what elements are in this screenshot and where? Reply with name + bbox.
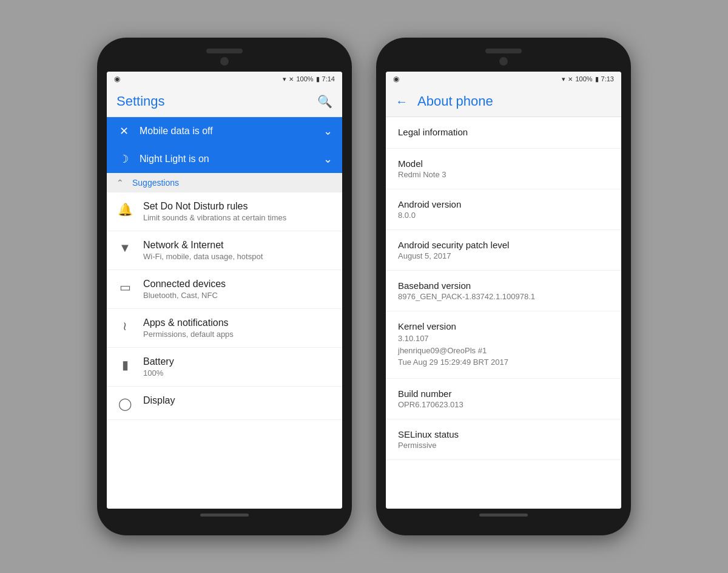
- do-not-disturb-subtitle: Limit sounds & vibrations at certain tim…: [143, 213, 332, 222]
- camera-2: [499, 57, 508, 66]
- baseband-version-item[interactable]: Baseband version 8976_GEN_PACK-1.83742.1…: [386, 271, 621, 311]
- android-version-label: Android version: [398, 199, 609, 209]
- apps-notifications-item[interactable]: ≀ Apps & notifications Permissions, defa…: [107, 309, 342, 348]
- status-right-1: ▾ ✕ 100% ▮ 7:14: [283, 75, 335, 83]
- kernel-version-value: 3.10.107 jhenrique09@OreoPls #1 Tue Aug …: [398, 333, 609, 368]
- status-left-2: ◉: [393, 75, 399, 83]
- display-content: Display: [143, 395, 332, 406]
- status-right-2: ▾ ✕ 100% ▮ 7:13: [562, 75, 614, 83]
- battery-icon-2: ▮: [595, 75, 599, 83]
- selinux-status-label: SELinux status: [398, 429, 609, 439]
- battery-icon: ▮: [116, 358, 133, 372]
- about-list: Legal information Model Redmi Note 3 And…: [386, 117, 621, 509]
- baseband-version-value: 8976_GEN_PACK-1.83742.1.100978.1: [398, 292, 609, 301]
- build-number-value: OPR6.170623.013: [398, 400, 609, 409]
- suggestions-label: Suggestions: [132, 178, 179, 188]
- settings-title: Settings: [116, 93, 165, 109]
- search-icon[interactable]: 🔍: [317, 94, 332, 109]
- signal-icon-1: ✕: [289, 76, 294, 83]
- suggestions-header[interactable]: ⌃ Suggestions: [107, 173, 342, 192]
- do-not-disturb-icon: 🔔: [116, 202, 133, 217]
- night-light-text: Night Light is on: [140, 154, 315, 164]
- back-button[interactable]: ←: [396, 95, 408, 109]
- legal-info-label: Legal information: [398, 127, 609, 137]
- mobile-data-text: Mobile data is off: [140, 126, 315, 137]
- location-icon: ◉: [114, 75, 120, 83]
- mobile-data-icon: ✕: [116, 124, 131, 138]
- wifi-icon-2: ▾: [562, 75, 565, 83]
- apps-content: Apps & notifications Permissions, defaul…: [143, 317, 332, 339]
- time-2: 7:13: [601, 75, 614, 83]
- speaker-1: [206, 49, 243, 53]
- connected-devices-icon: ▭: [116, 280, 133, 294]
- model-label: Model: [398, 158, 609, 169]
- connected-devices-item[interactable]: ▭ Connected devices Bluetooth, Cast, NFC: [107, 270, 342, 309]
- build-number-item[interactable]: Build number OPR6.170623.013: [386, 379, 621, 419]
- status-bar-1: ◉ ▾ ✕ 100% ▮ 7:14: [107, 72, 342, 86]
- about-title: About phone: [417, 93, 493, 109]
- mobile-data-chevron-icon: ⌄: [323, 124, 332, 138]
- connected-devices-subtitle: Bluetooth, Cast, NFC: [143, 291, 332, 300]
- network-icon: ▼: [116, 241, 133, 255]
- display-item[interactable]: ◯ Display: [107, 387, 342, 420]
- status-left-1: ◉: [114, 75, 120, 83]
- network-subtitle: Wi-Fi, mobile, data usage, hotspot: [143, 252, 332, 261]
- kernel-version-label: Kernel version: [398, 321, 609, 331]
- network-internet-item[interactable]: ▼ Network & Internet Wi-Fi, mobile, data…: [107, 231, 342, 270]
- android-version-item[interactable]: Android version 8.0.0: [386, 189, 621, 230]
- phone-settings: ◉ ▾ ✕ 100% ▮ 7:14 Settings 🔍 ✕ Mobile da…: [97, 38, 352, 535]
- settings-screen: ◉ ▾ ✕ 100% ▮ 7:14 Settings 🔍 ✕ Mobile da…: [107, 72, 342, 509]
- baseband-version-label: Baseband version: [398, 280, 609, 291]
- security-patch-item[interactable]: Android security patch level August 5, 2…: [386, 230, 621, 271]
- legal-info-item[interactable]: Legal information: [386, 117, 621, 149]
- network-title: Network & Internet: [143, 240, 332, 251]
- security-patch-label: Android security patch level: [398, 240, 609, 250]
- connected-devices-content: Connected devices Bluetooth, Cast, NFC: [143, 279, 332, 300]
- battery-percent-2: 100%: [575, 75, 592, 83]
- battery-subtitle: 100%: [143, 368, 332, 378]
- phones-container: ◉ ▾ ✕ 100% ▮ 7:14 Settings 🔍 ✕ Mobile da…: [97, 38, 631, 535]
- mobile-data-banner[interactable]: ✕ Mobile data is off ⌄: [107, 117, 342, 145]
- selinux-status-value: Permissive: [398, 441, 609, 450]
- apps-subtitle: Permissions, default apps: [143, 330, 332, 339]
- do-not-disturb-item[interactable]: 🔔 Set Do Not Disturb rules Limit sounds …: [107, 192, 342, 231]
- security-patch-value: August 5, 2017: [398, 251, 609, 260]
- battery-icon-1: ▮: [316, 75, 320, 83]
- android-version-value: 8.0.0: [398, 211, 609, 220]
- speaker-2: [485, 49, 522, 53]
- home-bar-1: [200, 514, 249, 517]
- home-bar-2: [479, 514, 528, 517]
- settings-header: Settings 🔍: [107, 86, 342, 117]
- connected-devices-title: Connected devices: [143, 279, 332, 290]
- kernel-version-item[interactable]: Kernel version 3.10.107 jhenrique09@Oreo…: [386, 311, 621, 379]
- do-not-disturb-content: Set Do Not Disturb rules Limit sounds & …: [143, 201, 332, 222]
- battery-title: Battery: [143, 356, 332, 367]
- selinux-status-item[interactable]: SELinux status Permissive: [386, 419, 621, 460]
- battery-content: Battery 100%: [143, 356, 332, 378]
- build-number-label: Build number: [398, 388, 609, 399]
- suggestions-collapse-icon: ⌃: [116, 178, 124, 188]
- night-light-banner[interactable]: ☽ Night Light is on ⌄: [107, 145, 342, 173]
- camera-1: [220, 57, 229, 66]
- display-title: Display: [143, 395, 332, 406]
- status-bar-2: ◉ ▾ ✕ 100% ▮ 7:13: [386, 72, 621, 86]
- battery-item[interactable]: ▮ Battery 100%: [107, 348, 342, 387]
- night-light-icon: ☽: [116, 152, 131, 166]
- do-not-disturb-title: Set Do Not Disturb rules: [143, 201, 332, 212]
- wifi-icon-1: ▾: [283, 75, 286, 83]
- model-value: Redmi Note 3: [398, 170, 609, 179]
- apps-title: Apps & notifications: [143, 317, 332, 328]
- night-light-chevron-icon: ⌄: [323, 152, 332, 166]
- signal-icon-2: ✕: [568, 76, 573, 83]
- apps-icon: ≀: [116, 319, 133, 333]
- about-screen: ◉ ▾ ✕ 100% ▮ 7:13 ← About phone Legal in…: [386, 72, 621, 509]
- battery-percent-1: 100%: [296, 75, 313, 83]
- model-item[interactable]: Model Redmi Note 3: [386, 149, 621, 189]
- time-1: 7:14: [322, 75, 335, 83]
- about-header: ← About phone: [386, 86, 621, 117]
- location-icon-2: ◉: [393, 75, 399, 83]
- settings-list: 🔔 Set Do Not Disturb rules Limit sounds …: [107, 192, 342, 509]
- phone-about: ◉ ▾ ✕ 100% ▮ 7:13 ← About phone Legal in…: [376, 38, 631, 535]
- display-icon: ◯: [116, 396, 133, 411]
- network-content: Network & Internet Wi-Fi, mobile, data u…: [143, 240, 332, 261]
